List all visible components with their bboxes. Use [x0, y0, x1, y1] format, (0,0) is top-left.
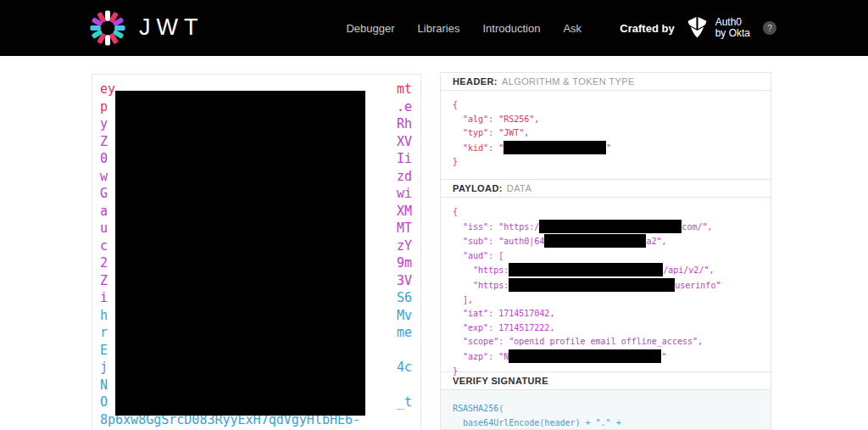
redaction-box	[539, 220, 682, 233]
payload-section-title: PAYLOAD:	[453, 183, 503, 193]
code-line: {	[453, 98, 759, 113]
payload-section-bar: PAYLOAD: DATA	[440, 179, 771, 198]
header-json-editor[interactable]: { "alg": "RS256", "typ": "JWT", "kid": "…	[440, 91, 771, 180]
redaction-overlay	[115, 91, 365, 416]
code-line: "alg": "RS256",	[453, 113, 759, 127]
jwt-starburst-icon	[88, 8, 127, 47]
decoded-panel: HEADER: ALGORITHM & TOKEN TYPE { "alg": …	[440, 72, 771, 430]
code-line: "azp": "N"	[453, 349, 759, 365]
code-line: }	[453, 155, 759, 170]
redaction-box	[509, 263, 663, 276]
code-line: "aud": [	[453, 249, 759, 264]
redaction-box	[509, 349, 661, 363]
code-line: "kid": ""	[453, 141, 759, 156]
top-navigation-bar: JWT DebuggerLibrariesIntroductionAsk Cra…	[0, 0, 868, 56]
code-line: "exp": 1714517222,	[453, 321, 759, 336]
code-line: "iat": 1714517042,	[453, 307, 759, 321]
redaction-box	[544, 234, 646, 248]
signature-code-block[interactable]: RSASHA256( base64UrlEncode(header) + "."…	[440, 390, 771, 430]
code-line: "sub": "auth0|64a2",	[453, 234, 759, 249]
code-line: base64UrlEncode(header) + "." +	[453, 416, 759, 430]
help-icon[interactable]: ?	[763, 21, 776, 35]
code-line: RSASHA256(	[453, 402, 759, 416]
brand-line2: by Okta	[715, 27, 750, 39]
redaction-box	[509, 278, 675, 292]
header-section-title: HEADER:	[453, 76, 498, 87]
code-line: "iss": "https:/com/",	[453, 220, 759, 235]
nav-item-debugger[interactable]: Debugger	[346, 22, 394, 35]
jwt-logo-text: JWT	[139, 14, 203, 41]
code-line: "https:userinfo"	[453, 278, 759, 293]
crafted-by-label: Crafted by	[620, 22, 674, 35]
payload-json-editor[interactable]: { "iss": "https:/com/", "sub": "auth0|64…	[440, 198, 771, 372]
code-line: ],	[453, 293, 759, 308]
code-line: "https:/api/v2/",	[453, 263, 759, 278]
nav-item-introduction[interactable]: Introduction	[482, 22, 540, 35]
signature-section-title: VERIFY SIGNATURE	[453, 376, 548, 386]
payload-section-subtitle: DATA	[507, 183, 531, 193]
auth0-okta-logo-icon	[686, 17, 709, 40]
main-nav: DebuggerLibrariesIntroductionAsk	[346, 22, 581, 35]
auth0-brand-text: Auth0 by Okta	[715, 17, 750, 39]
brand-line1: Auth0	[715, 16, 742, 28]
signature-section-bar: VERIFY SIGNATURE	[440, 371, 771, 390]
nav-item-libraries[interactable]: Libraries	[418, 22, 460, 35]
header-section-bar: HEADER: ALGORITHM & TOKEN TYPE	[440, 72, 771, 91]
encoded-token-editor[interactable]: eymtp.eyRhZXV0IiwzdGwiaXMuMTczY29mZ3ViS6…	[92, 74, 421, 430]
code-line: "typ": "JWT",	[453, 126, 759, 141]
debugger-main: eymtp.eyRhZXV0IiwzdGwiaXMuMTczY29mZ3ViS6…	[0, 56, 868, 430]
redaction-box	[504, 141, 606, 154]
code-line: {	[453, 205, 759, 220]
crafted-by-group: Crafted by Auth0 by Okta ?	[620, 17, 776, 40]
code-line: "scope": "openid profile email offline_a…	[453, 335, 759, 349]
nav-item-ask[interactable]: Ask	[563, 22, 581, 35]
jwt-logo[interactable]: JWT	[88, 8, 203, 47]
header-section-subtitle: ALGORITHM & TOKEN TYPE	[502, 76, 635, 87]
